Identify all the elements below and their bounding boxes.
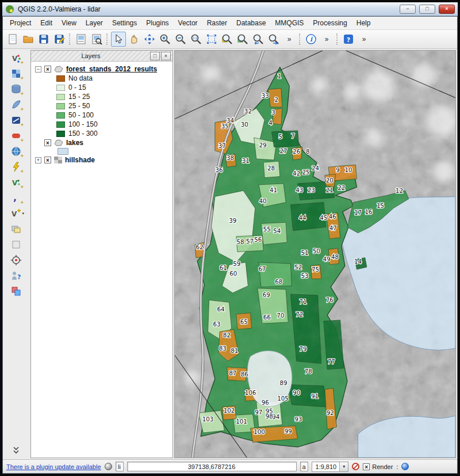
zoom-to-layer-button[interactable] (235, 32, 250, 47)
layers-panel-header[interactable]: Layers □ × (31, 51, 172, 62)
stand-label: 23 (308, 186, 315, 193)
new-layer-button[interactable] (8, 237, 24, 252)
scale-combobox[interactable]: 1:9,810 ▾ (312, 462, 349, 472)
whats-this-button[interactable] (8, 268, 24, 283)
stand-label: 7 (291, 132, 295, 139)
log-messages-button[interactable] (401, 463, 409, 470)
composer-manager-button[interactable] (89, 32, 104, 47)
plugin-update-link[interactable]: There is a plugin update available (6, 463, 101, 470)
save-project-button[interactable] (36, 32, 51, 47)
add-vector-layer-button[interactable] (8, 51, 24, 65)
stand-label: 51 (301, 249, 308, 256)
legend-swatch (56, 121, 65, 128)
topology-checker-button[interactable] (8, 284, 24, 298)
toolbar-grip[interactable] (106, 33, 109, 45)
zoom-full-extent-button[interactable] (204, 32, 219, 47)
menu-processing[interactable]: Processing (308, 17, 351, 29)
zoom-next-button[interactable] (266, 32, 281, 47)
maximize-button[interactable]: □ (419, 5, 435, 14)
coordinate-display[interactable]: 397138,6787216 (127, 462, 297, 471)
select-tool-button[interactable] (111, 32, 126, 47)
add-spatialite-layer-button[interactable] (8, 97, 24, 112)
zoom-last-button[interactable] (251, 32, 266, 47)
new-project-button[interactable] (5, 32, 20, 47)
new-print-composer-button[interactable] (74, 32, 89, 47)
menu-project[interactable]: Project (5, 17, 36, 29)
stand-label: 31 (242, 157, 250, 164)
layer-row-hillshade[interactable]: + × hillshade (32, 155, 171, 165)
legend-item[interactable]: 50 - 100 (32, 111, 171, 120)
legend-item[interactable]: 150 - 300 (32, 129, 171, 138)
help-contents-button[interactable] (341, 32, 356, 47)
new-shapefile-layer-button[interactable]: ▾ (8, 206, 24, 220)
menu-mmqgis[interactable]: MMQGIS (270, 17, 308, 29)
plugin-icon[interactable] (105, 463, 112, 470)
add-mssql-layer-button[interactable] (8, 113, 24, 127)
add-oracle-layer-button[interactable] (8, 128, 24, 143)
menu-view[interactable]: View (57, 17, 81, 29)
legend-label: 100 - 150 (68, 120, 98, 128)
stand-label: 2 (274, 96, 278, 103)
toolbar-grip[interactable] (336, 33, 339, 45)
legend-item[interactable]: 25 - 50 (32, 101, 171, 111)
touch-zoom-pan-button[interactable] (142, 32, 157, 47)
zoom-out-button[interactable] (173, 32, 188, 47)
layer-checkbox[interactable]: × (44, 157, 51, 163)
add-raster-layer-button[interactable] (8, 66, 24, 81)
legend-item[interactable]: No data (32, 74, 171, 83)
render-checkbox[interactable]: × Render (363, 463, 393, 470)
stop-render-icon[interactable] (352, 463, 359, 470)
zoom-native-button[interactable] (189, 32, 204, 47)
add-layer-group-button[interactable] (8, 222, 24, 236)
minimize-button[interactable]: − (400, 5, 416, 14)
menu-database[interactable]: Database (232, 17, 270, 29)
layer-checkbox[interactable]: × (44, 66, 51, 73)
main-toolbar: » » » (3, 30, 457, 49)
checkbox-mark[interactable]: × (363, 463, 370, 470)
open-project-button[interactable] (21, 32, 36, 47)
menu-edit[interactable]: Edit (36, 17, 57, 29)
stand-label: 82 (223, 332, 231, 338)
add-wcs-layer-button[interactable] (8, 159, 24, 174)
legend-item[interactable]: 0 - 15 (32, 83, 171, 92)
pan-map-button[interactable] (126, 32, 141, 47)
zoom-in-button[interactable] (158, 32, 172, 47)
title-bar[interactable]: QGIS 2.2.0-Valmiera - lidar − □ × (2, 2, 458, 16)
layer-checkbox[interactable]: × (44, 139, 51, 146)
close-button[interactable]: × (439, 5, 455, 14)
panel-close-button[interactable]: × (161, 52, 171, 60)
map-canvas[interactable]: 1234578910121415161720212223242526272829… (174, 50, 456, 458)
left-toolbar-overflow-button[interactable] (8, 443, 24, 458)
menu-vector[interactable]: Vector (174, 17, 202, 29)
legend-swatch (56, 94, 65, 100)
toolbar-overflow-button[interactable]: » (282, 32, 297, 47)
menu-layer[interactable]: Layer (81, 17, 108, 29)
add-delimited-text-layer-button[interactable] (8, 191, 24, 205)
panel-float-button[interactable]: □ (150, 52, 160, 60)
legend-item[interactable]: 100 - 150 (32, 120, 171, 129)
zoom-to-selection-button[interactable] (220, 32, 235, 47)
menu-help[interactable]: Help (352, 17, 375, 29)
layer-row-forest-stands[interactable]: − × forest_stands_2012_results (32, 64, 171, 74)
legend-item[interactable]: 15 - 25 (32, 92, 171, 101)
menu-plugins[interactable]: Plugins (141, 17, 173, 29)
gps-information-button[interactable] (8, 253, 24, 267)
add-wms-layer-button[interactable] (8, 144, 24, 158)
expander-icon[interactable]: − (35, 66, 41, 73)
toolbar-grip[interactable] (69, 33, 71, 45)
add-postgis-layer-button[interactable] (8, 82, 24, 96)
save-project-as-button[interactable] (52, 32, 67, 47)
legend-label: 0 - 15 (68, 83, 86, 92)
chevron-down-icon[interactable]: ▾ (339, 462, 348, 471)
menu-settings[interactable]: Settings (108, 17, 141, 29)
expander-icon[interactable]: + (35, 157, 41, 163)
toolbar-grip[interactable] (299, 33, 301, 45)
stand-label: 22 (338, 184, 345, 191)
identify-features-button[interactable] (304, 32, 319, 47)
toolbar-overflow-button[interactable]: » (356, 32, 371, 47)
layer-row-lakes[interactable]: × lakes (32, 138, 171, 147)
legend-swatch (56, 85, 65, 91)
toolbar-overflow-button[interactable]: » (319, 32, 334, 47)
add-wfs-layer-button[interactable] (8, 175, 24, 189)
menu-raster[interactable]: Raster (202, 17, 232, 29)
